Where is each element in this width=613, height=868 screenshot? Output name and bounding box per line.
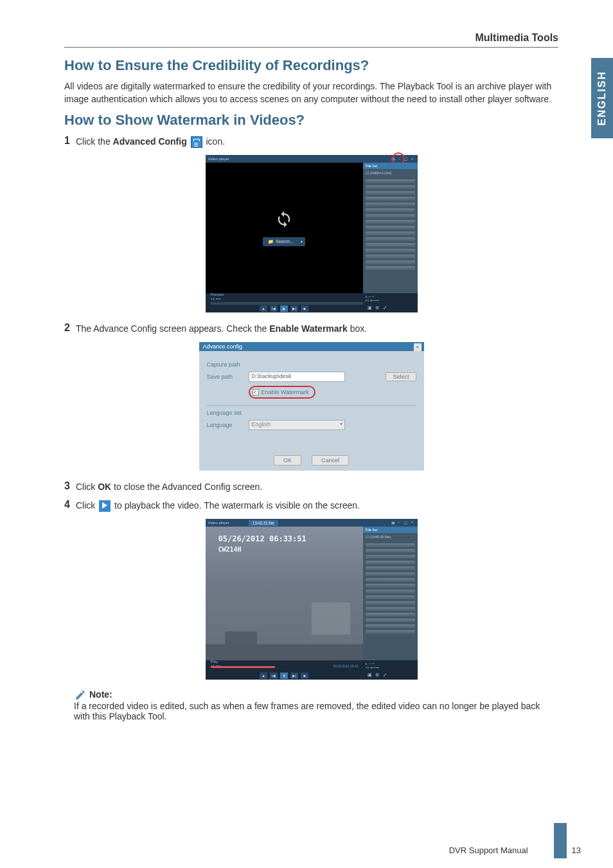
step-3-pre: Click (76, 482, 98, 492)
step-1-post: icon. (204, 136, 225, 147)
step-4-post: to playback the video. The watermark is … (112, 500, 360, 511)
language-tab: ENGLISH (591, 58, 613, 138)
list-item[interactable] (366, 260, 415, 264)
step-3: 3 Click OK to close the Advanced Config … (64, 480, 558, 494)
slow-button[interactable]: ▲ (260, 305, 267, 312)
prev-button[interactable]: |◀ (270, 673, 278, 679)
sidebar-header: File list (363, 527, 418, 533)
snapshot-icon[interactable]: ▣ (367, 305, 373, 311)
footer-bar (554, 823, 567, 858)
maximize-icon[interactable]: ◻ (404, 520, 409, 525)
playback-controls: ▲ |◀ ⏸ ▶| ■ (206, 673, 363, 679)
list-item[interactable] (366, 549, 415, 553)
step-4: 4 Click to playback the video. The water… (64, 499, 558, 512)
list-item[interactable] (366, 543, 415, 547)
player-sidebar: File list ☑ (1960×1104) (363, 163, 418, 293)
list-item[interactable] (366, 179, 415, 183)
player-sidebar: File list ☑ (1540.f3.file) (363, 527, 418, 660)
expand-icon[interactable]: ⤢ (382, 305, 388, 311)
save-path-label: Save path (207, 374, 249, 380)
next-button[interactable]: ▶| (290, 673, 298, 679)
search-dropdown[interactable]: 📁Search... (263, 237, 305, 246)
step-4-text: Click to playback the video. The waterma… (76, 499, 360, 512)
step-1-text: Click the Advanced Config icon. (76, 135, 225, 149)
step-2-bold: Enable Watermark (269, 323, 348, 334)
gear-icon[interactable]: ⚙ (375, 305, 380, 311)
list-item[interactable] (366, 584, 415, 588)
player-title: Video player (206, 521, 229, 525)
slow-button[interactable]: ▲ (260, 673, 267, 679)
close-icon[interactable]: × (414, 343, 422, 351)
stop-button[interactable]: ■ (301, 673, 308, 679)
note-text: If a recorded video is edited, such as w… (74, 701, 558, 721)
sidebar-header: File list (363, 163, 418, 169)
config-icon[interactable]: ▣ (391, 520, 396, 525)
list-item[interactable] (366, 255, 415, 258)
pause-button[interactable]: ⏸ (280, 673, 288, 679)
select-button[interactable]: Select (386, 372, 416, 381)
folder-icon: 📁 (268, 239, 274, 244)
list-item[interactable] (366, 555, 415, 559)
list-item[interactable] (366, 607, 415, 611)
close-icon[interactable]: × (410, 520, 415, 525)
search-label: Search... (276, 239, 294, 244)
ok-button[interactable]: OK (274, 455, 301, 466)
list-item[interactable] (366, 237, 415, 241)
list-item[interactable] (366, 624, 415, 628)
minimize-icon[interactable]: – (397, 520, 402, 525)
list-item[interactable] (366, 266, 415, 270)
list-item[interactable] (366, 619, 415, 622)
step-number: 4 (64, 499, 76, 511)
list-item[interactable] (366, 220, 415, 224)
footer: DVR Support Manual 13 (449, 823, 581, 858)
divider (207, 405, 416, 406)
list-item[interactable] (366, 243, 415, 247)
br-icons: ▣ ⚙ ⤢ (367, 673, 388, 678)
list-item[interactable] (366, 203, 415, 206)
pencil-icon (74, 689, 87, 701)
checkbox-icon: ✓ (253, 389, 259, 395)
list-item[interactable] (366, 601, 415, 605)
heading-credibility: How to Ensure the Credibility of Recordi… (64, 57, 558, 74)
br-meta: ▸ — ××1 ⊕ ━━━ (363, 660, 418, 671)
list-item[interactable] (366, 572, 415, 576)
list-item[interactable] (366, 191, 415, 195)
timeline-progress[interactable] (211, 666, 275, 668)
expand-icon[interactable]: ⤢ (382, 673, 388, 678)
language-dropdown[interactable]: English (249, 420, 345, 430)
list-item[interactable] (366, 613, 415, 617)
list-item[interactable] (366, 208, 415, 212)
player-main-area: 📁Search... (206, 163, 363, 293)
scene-building (312, 602, 350, 635)
stop-button[interactable]: ■ (301, 305, 308, 312)
section-header: Multimedia Tools (64, 32, 558, 48)
figure-player-config: Video player ▣ – ◻ × 📁Search... File lis… (206, 155, 418, 312)
save-path-row: Save path D:\backup\desk Select (207, 372, 416, 382)
list-item[interactable] (366, 578, 415, 582)
step-number: 2 (64, 322, 76, 334)
list-item[interactable] (366, 185, 415, 189)
list-item[interactable] (366, 197, 415, 201)
play-button[interactable]: ▶ (280, 305, 288, 312)
list-item[interactable] (366, 566, 415, 570)
close-icon[interactable]: × (410, 155, 415, 160)
step-2-text: The Advance Config screen appears. Check… (76, 322, 367, 336)
list-item[interactable] (366, 561, 415, 565)
list-item[interactable] (366, 590, 415, 593)
list-item[interactable] (366, 226, 415, 230)
br-icons: ▣ ⚙ ⤢ (367, 305, 388, 311)
cancel-button[interactable]: Cancel (312, 455, 349, 466)
list-item[interactable] (366, 630, 415, 634)
player-main-area: 05/26/2012 06:33:51 CW214H (206, 527, 363, 660)
enable-watermark-checkbox[interactable]: ✓ Enable Watermark (249, 386, 315, 399)
save-path-input[interactable]: D:\backup\desk (249, 372, 345, 382)
snapshot-icon[interactable]: ▣ (367, 673, 373, 678)
list-item[interactable] (366, 214, 415, 218)
gear-icon[interactable]: ⚙ (375, 673, 380, 678)
prev-button[interactable]: |◀ (270, 305, 278, 312)
next-button[interactable]: ▶| (290, 305, 298, 312)
list-item[interactable] (366, 249, 415, 253)
list-item[interactable] (366, 595, 415, 599)
list-item[interactable] (366, 231, 415, 235)
figure-player-watermark: Video player 1540.f3.file ▣ – ◻ × 05/26/… (206, 519, 418, 680)
